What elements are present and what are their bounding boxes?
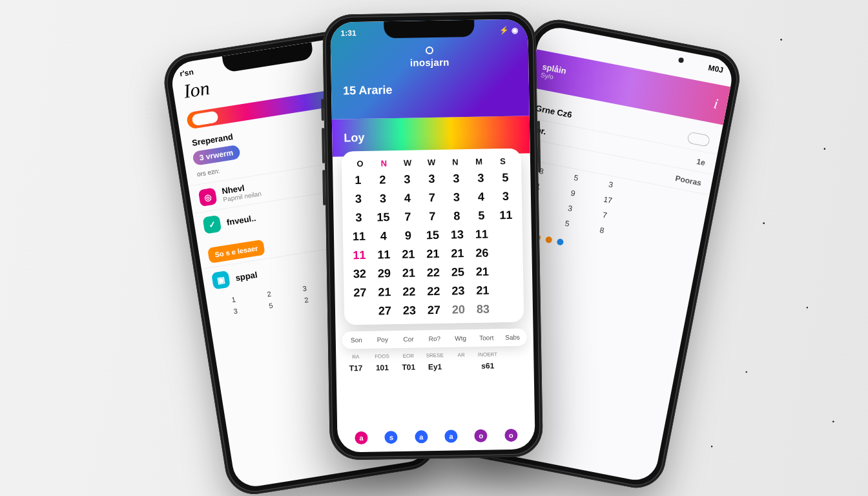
calendar-day[interactable]: 3 — [493, 189, 518, 205]
calendar-day[interactable]: 3 — [371, 191, 395, 207]
nav-dot[interactable]: a — [355, 431, 367, 444]
tab[interactable]: Son — [344, 336, 369, 344]
calendar-day[interactable]: 5 — [493, 170, 517, 187]
nav-dot[interactable]: s — [385, 431, 398, 444]
calendar-day[interactable]: 8 — [444, 208, 469, 225]
calendar-day[interactable] — [494, 245, 519, 262]
calendar-day[interactable]: 4 — [395, 190, 420, 207]
calendar-day[interactable]: 25 — [446, 264, 470, 281]
bottom-tabs[interactable]: Son Poy Cor Ro? Wtg Toort Sabs — [342, 328, 527, 349]
camera-dot-icon — [678, 57, 684, 63]
stats-table: Ra Foos Eor srese ar Inoert T17 101 T01 … — [342, 351, 527, 373]
status-right: M0J — [708, 63, 725, 75]
calendar-day[interactable]: 7 — [395, 209, 420, 225]
nav-dots[interactable]: a s a a o o — [337, 424, 535, 448]
calendar-day[interactable]: 22 — [421, 284, 446, 300]
calendar-day[interactable]: 21 — [372, 284, 397, 301]
calendar-day[interactable]: 21 — [445, 245, 470, 262]
tab[interactable]: Cor — [395, 335, 421, 343]
calendar-day[interactable]: 9 — [396, 227, 420, 244]
nav-dot[interactable]: a — [415, 430, 428, 443]
calendar-day[interactable]: 11 — [347, 247, 371, 264]
calendar-day[interactable]: 7 — [420, 209, 444, 225]
nav-dot[interactable]: o — [504, 429, 517, 442]
current-date: 15 Ararie — [343, 81, 517, 98]
app-icon: ✓ — [202, 215, 222, 234]
calendar-day[interactable]: 23 — [397, 302, 422, 319]
calendar-day[interactable]: 27 — [422, 302, 446, 319]
calendar-day[interactable]: 11 — [493, 207, 518, 224]
calendar-day[interactable]: 27 — [347, 285, 372, 302]
calendar-day[interactable]: 26 — [470, 245, 494, 262]
brand-icon — [426, 46, 433, 54]
phone-center-screen: 1:31 ⚡ ◉ inosjarn 15 Ararie Loy O N W W … — [330, 19, 535, 452]
calendar-day[interactable]: 22 — [397, 284, 421, 300]
calendar-day[interactable]: 3 — [468, 170, 493, 187]
calendar-day[interactable]: 2 — [370, 172, 395, 189]
calendar-day[interactable] — [495, 264, 519, 280]
calendar-day[interactable]: 21 — [397, 265, 421, 282]
status-icons: ⚡ ◉ — [499, 26, 518, 35]
calendar-day[interactable]: 15 — [420, 227, 445, 244]
row-label: Grne Cz6 — [535, 103, 573, 119]
calendar-day[interactable]: 11 — [371, 247, 396, 264]
app-icon: ◎ — [198, 187, 218, 207]
calendar-day[interactable]: 27 — [373, 303, 397, 320]
calendar-day[interactable]: 22 — [421, 265, 446, 282]
calendar-day[interactable]: 11 — [470, 226, 494, 243]
calendar-day[interactable]: 3 — [444, 170, 468, 187]
calendar-day[interactable]: 4 — [469, 189, 493, 205]
calendar-day[interactable]: 1 — [346, 172, 370, 189]
calendar-day[interactable]: 3 — [346, 210, 371, 227]
row-value: 1e — [696, 156, 707, 167]
info-icon[interactable]: i — [712, 95, 719, 112]
app-icon: ▣ — [211, 271, 231, 290]
tab[interactable]: Toort — [473, 334, 499, 342]
calendar-day[interactable]: 15 — [371, 209, 395, 226]
toggle-pill[interactable] — [687, 132, 710, 147]
calendar-day[interactable]: 4 — [371, 228, 396, 245]
calendar-day[interactable] — [494, 226, 519, 243]
calendar-grid[interactable]: 1233335334734331577851111491513111111212… — [346, 170, 520, 320]
calendar-day[interactable]: 7 — [420, 190, 444, 207]
calendar-card[interactable]: O N W W N M S 12333353347343315778511114… — [342, 149, 524, 326]
nav-dot[interactable]: a — [444, 429, 457, 442]
row-value: Pooras — [675, 174, 703, 188]
nav-dot[interactable]: o — [475, 429, 488, 442]
phone-center: 1:31 ⚡ ◉ inosjarn 15 Ararie Loy O N W W … — [322, 11, 543, 460]
calendar-day[interactable]: 13 — [445, 227, 470, 243]
calendar-day[interactable]: 3 — [395, 171, 419, 188]
list-item-title: sppal — [235, 269, 258, 282]
phone-notch — [384, 20, 474, 38]
calendar-day[interactable]: 32 — [347, 266, 372, 283]
calendar-day[interactable]: 11 — [347, 229, 371, 245]
calendar-day[interactable]: 23 — [446, 283, 470, 300]
chip[interactable]: 3 vrwerm — [192, 145, 240, 166]
calendar-day[interactable]: 29 — [372, 265, 397, 282]
calendar-day[interactable]: 5 — [469, 207, 493, 224]
calendar-day[interactable]: 3 — [346, 191, 371, 208]
calendar-day[interactable]: 3 — [419, 171, 444, 188]
calendar-day[interactable]: 83 — [471, 301, 495, 318]
calendar-day[interactable]: 21 — [470, 264, 495, 280]
tab[interactable]: Ro? — [422, 335, 448, 343]
app-brand: inosjarn — [342, 44, 517, 70]
calendar-day[interactable]: 21 — [420, 246, 445, 263]
view-label: Loy — [344, 130, 364, 145]
tab[interactable]: Sabs — [499, 334, 525, 342]
tab[interactable]: Wtg — [448, 335, 473, 342]
status-time: 1:31 — [340, 28, 356, 37]
calendar-day[interactable] — [495, 282, 519, 299]
calendar-day[interactable]: 21 — [470, 282, 495, 299]
calendar-day[interactable]: 20 — [446, 302, 471, 318]
calendar-day[interactable] — [348, 304, 373, 320]
app-name: inosjarn — [410, 57, 450, 68]
calendar-day[interactable] — [495, 301, 520, 318]
tab[interactable]: Poy — [369, 336, 395, 344]
calendar-day[interactable]: 3 — [444, 189, 469, 206]
calendar-day[interactable]: 21 — [396, 246, 420, 263]
list-item-title: fnveul.. — [226, 213, 256, 227]
